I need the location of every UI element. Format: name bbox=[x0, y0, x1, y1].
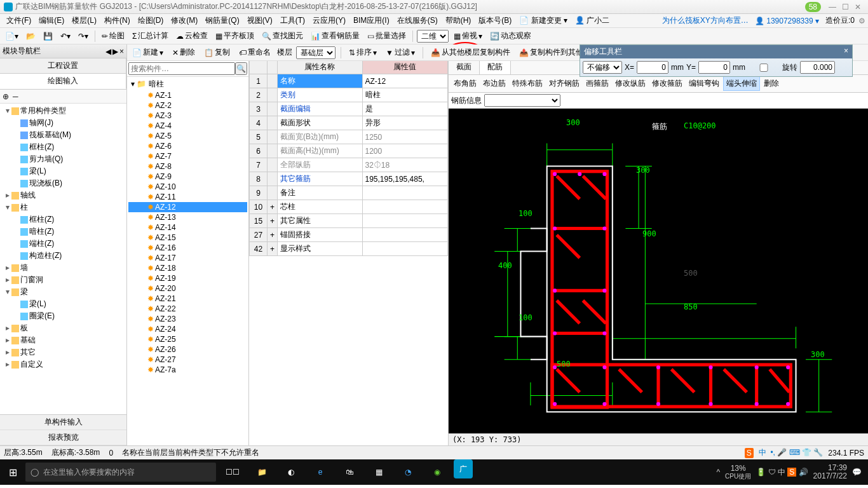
tab-rebar[interactable]: 配筋 bbox=[480, 60, 511, 74]
store-icon[interactable]: 🛍 bbox=[337, 459, 362, 485]
component-item[interactable]: ✸AZ-23 bbox=[128, 314, 247, 324]
sort-btn[interactable]: ⇅排序▾ bbox=[346, 46, 379, 59]
component-item[interactable]: ✸AZ-25 bbox=[128, 334, 247, 344]
menu-cloud[interactable]: 云应用(Y) bbox=[309, 14, 349, 27]
menu-draw[interactable]: 绘图(D) bbox=[134, 14, 168, 27]
property-row[interactable]: 9备注 bbox=[250, 186, 448, 200]
chrome-icon[interactable]: ◐ bbox=[278, 459, 304, 485]
view-mode-select[interactable]: 二维 bbox=[417, 30, 449, 43]
nav-item[interactable]: ▾柱 bbox=[1, 201, 125, 214]
ime-indicator[interactable]: S bbox=[745, 448, 754, 458]
menu-component[interactable]: 构件(N) bbox=[100, 14, 134, 27]
taskbar-search[interactable]: ◯ 在这里输入你要搜索的内容 bbox=[25, 463, 216, 482]
component-item[interactable]: ✸AZ-13 bbox=[128, 212, 247, 222]
menu-tool[interactable]: 工具(T) bbox=[276, 14, 309, 27]
menu-view[interactable]: 视图(V) bbox=[243, 14, 276, 27]
menu-rebar[interactable]: 钢筋量(Q) bbox=[201, 14, 243, 27]
component-item[interactable]: ✸AZ-22 bbox=[128, 304, 247, 314]
component-item[interactable]: ✸AZ-19 bbox=[128, 273, 247, 283]
nav-item[interactable]: 构造柱(Z) bbox=[1, 250, 125, 262]
tray-up-icon[interactable]: ^ bbox=[716, 468, 720, 477]
new-file-button[interactable]: 📄▾ bbox=[3, 30, 21, 42]
sum-button[interactable]: Σ 汇总计算 bbox=[130, 29, 171, 43]
user-phone[interactable]: 👤 13907298339 ▾ bbox=[755, 17, 819, 25]
property-row[interactable]: 6截面高(H边)(mm)1200 bbox=[250, 144, 448, 158]
expand-icon[interactable]: ⊕ bbox=[3, 92, 9, 101]
menu-file[interactable]: 文件(F) bbox=[3, 14, 35, 27]
nav-tree[interactable]: ▾常用构件类型轴网(J)筏板基础(M)框柱(Z)剪力墙(Q)梁(L)现浇板(B)… bbox=[0, 104, 126, 414]
nav-item[interactable]: ▸其它 bbox=[1, 346, 125, 358]
flat-top-button[interactable]: ▦ 平齐板顶 bbox=[213, 29, 257, 43]
component-item[interactable]: ✸AZ-26 bbox=[128, 344, 247, 355]
new-btn2[interactable]: 📄新建▾ bbox=[130, 46, 166, 59]
property-row[interactable]: 15+其它属性 bbox=[250, 214, 448, 228]
cpu-meter[interactable]: 13%CPU使用 bbox=[725, 464, 751, 480]
nav-item[interactable]: 现浇板(B) bbox=[1, 177, 125, 189]
save-button[interactable]: 💾 bbox=[41, 30, 55, 42]
find-button[interactable]: 🔍 查找图元 bbox=[259, 29, 306, 43]
ime-text[interactable]: 中 •, 🎤 ⌨ 👕 🔧 bbox=[759, 447, 824, 458]
component-item[interactable]: ✸AZ-7a bbox=[128, 365, 247, 375]
menu-help[interactable]: 帮助(H) bbox=[442, 14, 475, 27]
component-item[interactable]: ✸AZ-15 bbox=[128, 233, 247, 243]
component-item[interactable]: ✸AZ-2 bbox=[128, 100, 247, 111]
filter-btn[interactable]: ▼过滤▾ bbox=[383, 46, 417, 59]
component-item[interactable]: ✸AZ-5 bbox=[128, 131, 247, 141]
component-search-input[interactable] bbox=[128, 62, 235, 75]
menu-version[interactable]: 版本号(B) bbox=[475, 14, 515, 27]
cloud-check-button[interactable]: ☁ 云检查 bbox=[173, 29, 210, 43]
app-icon-2[interactable]: ◔ bbox=[395, 459, 421, 485]
nav-item[interactable]: ▸墙 bbox=[1, 262, 125, 274]
component-item[interactable]: ✸AZ-9 bbox=[128, 172, 247, 182]
btn-draw-stirrup[interactable]: 画箍筋 bbox=[583, 77, 611, 90]
rotate-input[interactable] bbox=[800, 61, 835, 74]
component-item[interactable]: ✸AZ-3 bbox=[128, 111, 247, 121]
offset-toolbar-window[interactable]: 偏移工具栏× 不偏移 X=mm Y=mm 旋转 bbox=[580, 44, 853, 77]
nav-item[interactable]: ▸板 bbox=[1, 322, 125, 334]
top-view-button[interactable]: ▦ 俯视 ▾ bbox=[451, 29, 485, 43]
open-button[interactable]: 📂 bbox=[24, 30, 38, 42]
btn-align-rebar[interactable]: 对齐钢筋 bbox=[546, 77, 582, 90]
edge-icon[interactable]: e bbox=[308, 459, 333, 485]
app-icon-3[interactable]: ◉ bbox=[424, 459, 450, 485]
btn-corner-rebar[interactable]: 布角筋 bbox=[451, 77, 479, 90]
offset-mode-select[interactable]: 不偏移 bbox=[583, 61, 622, 74]
settings-icon[interactable]: ⚙ bbox=[858, 17, 865, 25]
user-small[interactable]: 👤 广小二 bbox=[571, 14, 613, 27]
nav-item[interactable]: ▸基础 bbox=[1, 334, 125, 346]
property-row[interactable]: 5截面宽(B边)(mm)1250 bbox=[250, 130, 448, 144]
nav-item[interactable]: 圈梁(E) bbox=[1, 310, 125, 322]
component-item[interactable]: ✸AZ-12 bbox=[128, 202, 247, 212]
app-icon-1[interactable]: ▦ bbox=[366, 459, 391, 485]
component-item[interactable]: ✸AZ-1 bbox=[128, 90, 247, 100]
del-btn2[interactable]: ✕删除 bbox=[170, 46, 198, 59]
nav-item[interactable]: ▸门窗洞 bbox=[1, 274, 125, 286]
nav-item[interactable]: 梁(L) bbox=[1, 165, 125, 177]
floor-select[interactable]: 基础层 bbox=[296, 46, 336, 59]
property-row[interactable]: 8其它箍筋195,195,195,485, bbox=[250, 172, 448, 186]
property-row[interactable]: 27+锚固搭接 bbox=[250, 228, 448, 242]
tray-icons[interactable]: 🔋 🛡 中 S 🔊 bbox=[756, 467, 808, 478]
tab-project-settings[interactable]: 工程设置 bbox=[0, 58, 126, 73]
nav-item[interactable]: 框柱(Z) bbox=[1, 214, 125, 226]
app-icon-4[interactable]: 广 bbox=[454, 459, 473, 478]
offset-y-input[interactable] bbox=[698, 61, 730, 74]
maximize-button[interactable]: ☐ bbox=[839, 3, 851, 11]
tab-draw-input[interactable]: 绘图输入 bbox=[0, 74, 126, 89]
property-row[interactable]: 4截面形状异形 bbox=[250, 116, 448, 130]
copy-btn2[interactable]: 📋复制 bbox=[201, 46, 233, 59]
property-row[interactable]: 7全部纵筋32⏀18 bbox=[250, 158, 448, 172]
orbit-button[interactable]: 🔄 动态观察 bbox=[487, 29, 534, 43]
task-view-icon[interactable]: ☐☐ bbox=[220, 459, 245, 485]
copyfrom-btn[interactable]: 📥从其他楼层复制构件 bbox=[428, 46, 513, 59]
component-item[interactable]: ✸AZ-16 bbox=[128, 243, 247, 253]
offset-close-icon[interactable]: × bbox=[844, 46, 848, 57]
notification-badge[interactable]: 58 bbox=[805, 2, 821, 12]
nav-item[interactable]: ▾常用构件类型 bbox=[1, 105, 125, 117]
btn-modify-long[interactable]: 修改纵筋 bbox=[613, 77, 648, 90]
nav-item[interactable]: 端柱(Z) bbox=[1, 238, 125, 250]
menu-edit[interactable]: 编辑(E) bbox=[35, 14, 68, 27]
component-item[interactable]: ✸AZ-17 bbox=[128, 253, 247, 263]
tab-section[interactable]: 截面 bbox=[449, 60, 480, 74]
component-item[interactable]: ✸AZ-21 bbox=[128, 294, 247, 304]
